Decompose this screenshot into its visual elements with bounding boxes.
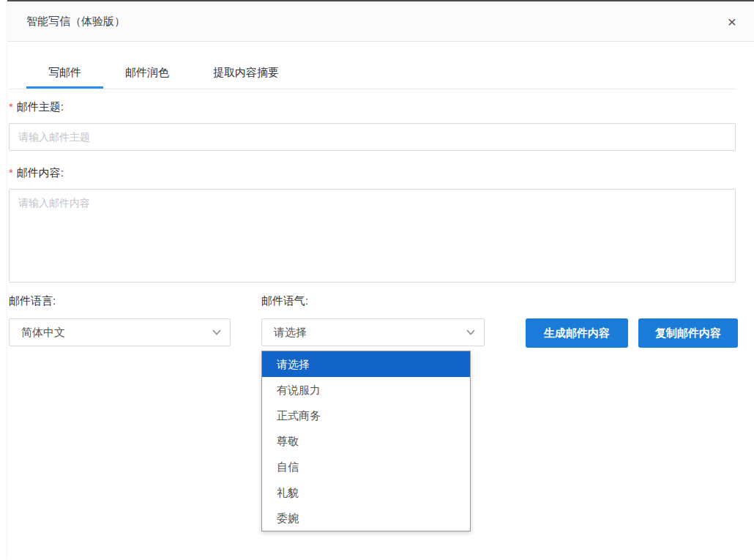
tone-option-formal-business[interactable]: 正式商务 xyxy=(262,403,470,428)
content-textarea[interactable] xyxy=(9,189,736,283)
language-label: 邮件语言: xyxy=(9,294,56,308)
copy-content-button[interactable]: 复制邮件内容 xyxy=(638,318,738,348)
tab-extract-summary[interactable]: 提取内容摘要 xyxy=(191,59,301,89)
generate-content-button[interactable]: 生成邮件内容 xyxy=(526,318,628,348)
tone-option-polite[interactable]: 礼貌 xyxy=(262,479,470,505)
language-select[interactable]: 简体中文 xyxy=(9,318,231,346)
close-icon[interactable]: × xyxy=(723,12,741,31)
required-asterisk: * xyxy=(9,100,13,113)
dialog-header: 智能写信（体验版） × xyxy=(7,1,754,42)
tone-option-persuasive[interactable]: 有说服力 xyxy=(262,377,470,403)
tone-option-confident[interactable]: 自信 xyxy=(262,454,470,479)
tone-select-value: 请选择 xyxy=(274,326,307,340)
controls-row: 简体中文 请选择 生成邮件内容 复制邮件内容 请选择 有说服力 正式商务 尊敬 … xyxy=(9,318,736,349)
chevron-down-icon xyxy=(466,329,475,335)
smart-writing-dialog: 智能写信（体验版） × 写邮件 邮件润色 提取内容摘要 *邮件主题: *邮件内容… xyxy=(7,0,754,560)
dialog-body: 写邮件 邮件润色 提取内容摘要 *邮件主题: *邮件内容: 邮件语言: 邮件语气… xyxy=(7,59,754,349)
subject-label: *邮件主题: xyxy=(9,100,736,114)
tone-select[interactable]: 请选择 xyxy=(261,318,485,346)
tab-bar: 写邮件 邮件润色 提取内容摘要 xyxy=(9,59,736,89)
tone-option-tactful[interactable]: 委婉 xyxy=(262,505,470,531)
select-labels-row: 邮件语言: 邮件语气: xyxy=(9,294,736,309)
content-label-text: 邮件内容: xyxy=(17,166,64,179)
tab-polish-email[interactable]: 邮件润色 xyxy=(103,59,191,89)
language-select-value: 简体中文 xyxy=(21,326,65,340)
tone-dropdown-panel: 请选择 有说服力 正式商务 尊敬 自信 礼貌 委婉 xyxy=(261,351,471,531)
subject-label-text: 邮件主题: xyxy=(17,100,64,113)
chevron-down-icon xyxy=(212,329,221,335)
tone-option-please-select[interactable]: 请选择 xyxy=(262,351,470,377)
subject-input[interactable] xyxy=(9,123,736,151)
tone-option-respectful[interactable]: 尊敬 xyxy=(262,428,470,454)
dialog-title: 智能写信（体验版） xyxy=(26,15,125,29)
required-asterisk: * xyxy=(9,166,13,179)
content-label: *邮件内容: xyxy=(9,165,736,180)
tone-label: 邮件语气: xyxy=(261,294,308,308)
tab-write-email[interactable]: 写邮件 xyxy=(26,59,103,89)
